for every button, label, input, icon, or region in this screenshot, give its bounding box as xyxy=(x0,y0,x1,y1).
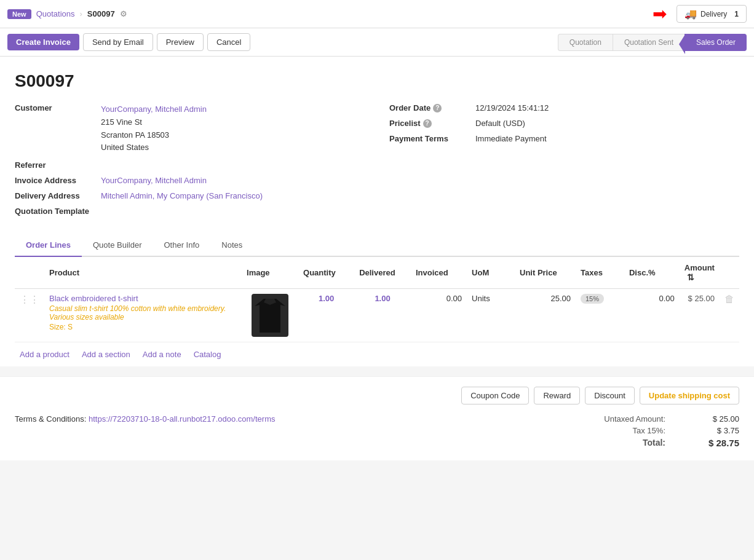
quotation-template-row: Quotation Template xyxy=(15,207,365,216)
coupon-code-button[interactable]: Coupon Code xyxy=(461,387,529,404)
order-date-label: Order Date ? xyxy=(389,103,475,112)
catalog-link[interactable]: Catalog xyxy=(194,350,221,359)
terms-link[interactable]: https://72203710-18-0-all.runbot217.odoo… xyxy=(89,414,276,424)
bottom-section: Coupon Code Reward Discount Update shipp… xyxy=(0,376,754,460)
quantity-cell: 1.00 xyxy=(298,289,354,342)
tabs: Order Lines Quote Builder Other Info Not… xyxy=(15,234,739,257)
arrow-indicator: ➡ xyxy=(653,4,672,24)
reward-button[interactable]: Reward xyxy=(534,387,580,404)
breadcrumb-parent[interactable]: Quotations xyxy=(36,9,75,18)
cancel-button[interactable]: Cancel xyxy=(207,33,250,51)
status-steps: Quotation Quotation Sent Sales Order xyxy=(558,34,747,51)
tab-order-lines[interactable]: Order Lines xyxy=(15,234,82,257)
form-right-col: Order Date ? 12/19/2024 15:41:12 Priceli… xyxy=(389,103,739,222)
order-id: S00097 xyxy=(15,71,739,91)
status-step-quotation[interactable]: Quotation xyxy=(558,34,613,51)
tab-other-info[interactable]: Other Info xyxy=(153,234,210,257)
order-date-help-icon[interactable]: ? xyxy=(433,104,442,112)
untaxed-row: Untaxed Amount: $ 25.00 xyxy=(567,414,739,424)
invoiced-value: 0.00 xyxy=(446,294,462,303)
tab-notes[interactable]: Notes xyxy=(210,234,253,257)
invoice-address-link[interactable]: YourCompany, Mitchell Admin xyxy=(101,176,207,185)
delivery-address-label: Delivery Address xyxy=(15,191,101,200)
customer-address1: 215 Vine St xyxy=(101,116,207,129)
discount-button[interactable]: Discount xyxy=(585,387,635,404)
update-shipping-button[interactable]: Update shipping cost xyxy=(640,387,739,404)
delivery-button[interactable]: 🚚 Delivery 1 xyxy=(677,5,747,23)
total-row: Total: $ 28.75 xyxy=(567,438,739,448)
delivery-address-value: Mitchell Admin, My Company (San Francisc… xyxy=(101,191,263,200)
breadcrumb-separator: › xyxy=(80,9,82,18)
order-date-row: Order Date ? 12/19/2024 15:41:12 xyxy=(389,103,739,112)
customer-value: YourCompany, Mitchell Admin 215 Vine St … xyxy=(101,103,207,154)
top-bar: New Quotations › S00097 ⚙ ➡ 🚚 Delivery 1 xyxy=(0,0,754,28)
customer-address2: Scranton PA 18503 xyxy=(101,129,207,142)
quotation-template-label: Quotation Template xyxy=(15,207,101,216)
invoice-address-row: Invoice Address YourCompany, Mitchell Ad… xyxy=(15,176,365,185)
total-value: $ 28.75 xyxy=(690,438,739,448)
action-bar: Create Invoice Send by Email Preview Can… xyxy=(0,28,754,57)
header-uom: UoM xyxy=(467,257,515,289)
customer-row: Customer YourCompany, Mitchell Admin 215… xyxy=(15,103,365,154)
add-note-link[interactable]: Add a note xyxy=(143,350,181,359)
gear-icon[interactable]: ⚙ xyxy=(120,9,127,18)
disc-value[interactable]: 0.00 xyxy=(659,294,675,303)
untaxed-value: $ 25.00 xyxy=(690,414,739,424)
status-step-sales-order[interactable]: Sales Order xyxy=(685,34,747,51)
total-label: Total: xyxy=(643,438,665,448)
totals-table: Untaxed Amount: $ 25.00 Tax 15%: $ 3.75 … xyxy=(567,414,739,451)
separator xyxy=(0,366,754,371)
tab-quote-builder[interactable]: Quote Builder xyxy=(82,234,153,257)
customer-name-link[interactable]: YourCompany, Mitchell Admin xyxy=(101,105,207,114)
product-name[interactable]: Black embroidered t-shirt xyxy=(49,294,237,303)
header-amount: Amount ⇅ xyxy=(680,257,720,289)
invoice-address-label: Invoice Address xyxy=(15,176,101,185)
columns-icon[interactable]: ⇅ xyxy=(687,272,694,282)
status-step-quotation-sent[interactable]: Quotation Sent xyxy=(613,34,685,51)
new-badge: New xyxy=(7,9,31,19)
delivery-count: 1 xyxy=(734,10,739,18)
pricelist-label: Pricelist ? xyxy=(389,119,475,128)
pricelist-row: Pricelist ? Default (USD) xyxy=(389,119,739,128)
terms-row: Terms & Conditions: https://72203710-18-… xyxy=(15,414,275,424)
preview-button[interactable]: Preview xyxy=(157,33,204,51)
header-image: Image xyxy=(242,257,298,289)
unit-price-cell: 25.00 xyxy=(515,289,576,342)
invoiced-cell: 0.00 xyxy=(411,289,467,342)
breadcrumb[interactable]: Quotations xyxy=(36,9,75,18)
header-disc: Disc.% xyxy=(624,257,680,289)
create-invoice-button[interactable]: Create Invoice xyxy=(7,34,79,50)
form-left-col: Customer YourCompany, Mitchell Admin 215… xyxy=(15,103,365,222)
add-section-link[interactable]: Add a section xyxy=(82,350,130,359)
separator2 xyxy=(0,371,754,376)
tax-value: $ 3.75 xyxy=(690,426,739,435)
product-size: Size: S xyxy=(49,323,237,331)
invoice-address-value: YourCompany, Mitchell Admin xyxy=(101,176,207,185)
red-arrow-icon: ➡ xyxy=(653,4,667,24)
header-taxes: Taxes xyxy=(576,257,624,289)
referrer-row: Referrer xyxy=(15,160,365,170)
tax-badge[interactable]: 15% xyxy=(581,294,604,304)
add-links: Add a product Add a section Add a note C… xyxy=(15,342,739,366)
product-desc: Casual slim t-shirt 100% cotton with whi… xyxy=(49,304,237,321)
amount-cell: $ 25.00 xyxy=(680,289,720,342)
tshirt-svg xyxy=(255,299,285,333)
taxes-cell: 15% xyxy=(576,289,624,342)
untaxed-label: Untaxed Amount: xyxy=(604,414,665,424)
order-date-value: 12/19/2024 15:41:12 xyxy=(475,103,549,112)
delivery-address-link[interactable]: Mitchell Admin, My Company (San Francisc… xyxy=(101,191,263,200)
amount-value: $ 25.00 xyxy=(688,294,715,303)
add-product-link[interactable]: Add a product xyxy=(20,350,69,359)
send-by-email-button[interactable]: Send by Email xyxy=(83,33,153,51)
header-quantity: Quantity xyxy=(298,257,354,289)
terms-label: Terms & Conditions: xyxy=(15,414,86,424)
delivery-address-row: Delivery Address Mitchell Admin, My Comp… xyxy=(15,191,365,200)
unit-price-value[interactable]: 25.00 xyxy=(550,294,571,303)
header-product: Product xyxy=(44,257,242,289)
quantity-value[interactable]: 1.00 xyxy=(319,294,334,303)
pricelist-help-icon[interactable]: ? xyxy=(423,119,432,128)
drag-handle-icon[interactable]: ⋮⋮ xyxy=(20,294,39,305)
header-invoiced: Invoiced xyxy=(411,257,467,289)
delete-icon[interactable]: 🗑 xyxy=(724,294,734,304)
customer-address3: United States xyxy=(101,141,207,154)
